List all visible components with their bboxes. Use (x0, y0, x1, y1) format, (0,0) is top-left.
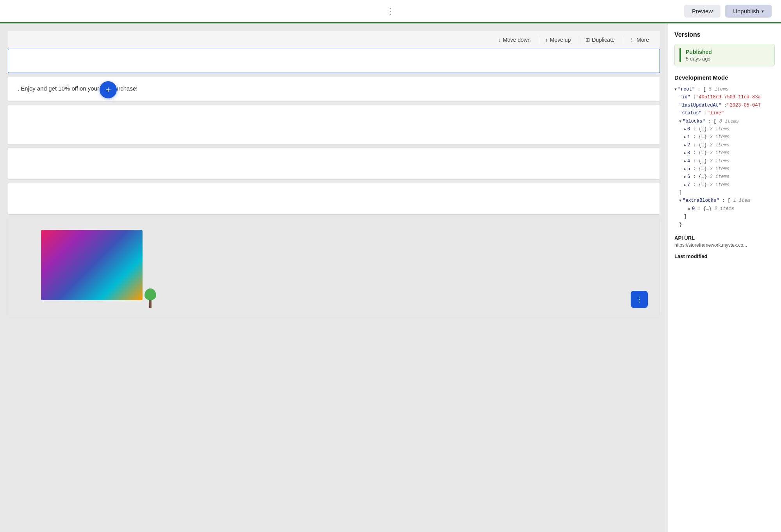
extrablocks-collapse-arrow[interactable] (679, 197, 681, 204)
block-item-2-index: 2 (687, 141, 690, 149)
root-collapse-arrow[interactable] (674, 86, 677, 93)
block-item-1-meta: 3 items (710, 133, 729, 141)
json-blocks-line: "blocks" : [ 8 items (674, 117, 775, 125)
api-url-value: https://storeframework.myvtex.co... (674, 242, 775, 248)
block-item-3-meta: 3 items (710, 149, 729, 157)
json-extrablocks-line: "extraBlocks" : [ 1 item (674, 197, 775, 205)
json-status-value: "live" (707, 109, 724, 117)
block-item-1-index: 1 (687, 133, 690, 141)
json-block-item-3: 3 : {…} 3 items (674, 149, 775, 157)
version-status-label: Published (686, 49, 712, 55)
dev-mode-title: Development Mode (674, 74, 775, 81)
json-id-value: "405118e9-7509-11ed-83a (696, 93, 761, 101)
toolbar-separator-3 (622, 36, 622, 44)
extra-block-item-0-index: 0 (692, 205, 695, 213)
json-root-close: } (674, 221, 775, 229)
block-item-7-meta: 3 items (710, 181, 729, 189)
duplicate-icon: ⊞ (585, 37, 590, 43)
header: ⋮ Preview Unpublish ▾ (0, 0, 781, 23)
json-extra-block-item-0: 0 : {…} 2 items (674, 205, 775, 213)
json-extrablocks-key: "extraBlocks" (683, 197, 719, 205)
json-block-item-1: 1 : {…} 3 items (674, 133, 775, 141)
unpublish-chevron-icon: ▾ (761, 9, 764, 14)
block-item-6-meta: 3 items (710, 173, 729, 181)
image-overlay-button[interactable]: ⋮ (631, 291, 648, 308)
dev-mode-section: Development Mode "root" : [ 5 items "id"… (674, 74, 775, 229)
json-block-item-5: 5 : {…} 3 items (674, 165, 775, 173)
content-block-3[interactable] (8, 105, 660, 144)
json-blocks-meta: 8 items (719, 117, 739, 125)
json-extrablocks-close: ] (674, 213, 775, 221)
versions-title: Versions (674, 31, 775, 38)
json-id-line: "id" : "405118e9-7509-11ed-83a (674, 93, 775, 101)
json-lastupdated-line: "lastUpdatedAt" : "2023-05-04T (674, 101, 775, 109)
json-root-line: "root" : [ 5 items (674, 85, 775, 93)
extra-block-item-0-arrow[interactable] (688, 206, 691, 212)
move-up-icon: ↑ (545, 37, 548, 43)
block-item-3-arrow[interactable] (684, 150, 686, 157)
content-block-4[interactable] (8, 148, 660, 180)
block-item-7-arrow[interactable] (684, 182, 686, 189)
content-block-6[interactable]: ⋮ (8, 218, 660, 316)
json-blocks-key: "blocks" (683, 117, 705, 125)
json-root-key: "root" (678, 85, 695, 93)
json-id-key: "id" (679, 93, 690, 101)
block-item-5-arrow[interactable] (684, 166, 686, 173)
version-status-bar (679, 48, 681, 62)
block-item-0-index: 0 (687, 125, 690, 133)
last-modified-section: Last modified (674, 253, 775, 259)
json-block-item-6: 6 : {…} 3 items (674, 173, 775, 181)
block-inner-6: ⋮ (8, 218, 660, 316)
block-item-2-arrow[interactable] (684, 142, 686, 149)
block-toolbar: ↓ Move down ↑ Move up ⊞ Duplicate ⋮ More (8, 31, 660, 49)
main-layout: + ↓ Move down ↑ Move up ⊞ Duplicate (0, 23, 781, 532)
header-dots-menu[interactable]: ⋮ (386, 6, 395, 16)
json-lastupdated-key: "lastUpdatedAt" (679, 101, 721, 109)
move-down-icon: ↓ (498, 37, 501, 43)
more-icon: ⋮ (629, 37, 635, 43)
more-label: More (637, 37, 649, 43)
blocks-collapse-arrow[interactable] (679, 118, 681, 125)
block-inner-5 (8, 183, 660, 214)
right-panel: Versions Published 5 days ago Developmen… (668, 23, 781, 532)
block-item-0-arrow[interactable] (684, 126, 686, 133)
block-inner-4 (8, 148, 660, 179)
editor-area: + ↓ Move down ↑ Move up ⊞ Duplicate (0, 23, 668, 532)
block-item-4-arrow[interactable] (684, 158, 686, 165)
unpublish-button[interactable]: Unpublish ▾ (725, 5, 772, 18)
add-block-button[interactable]: + (100, 81, 117, 98)
json-block-item-2: 2 : {…} 3 items (674, 141, 775, 149)
block-text-2: . Enjoy and get 10% off on your first pu… (18, 85, 137, 92)
toolbar-separator-1 (538, 36, 538, 44)
json-status-key: "status" (679, 109, 702, 117)
block-item-2-meta: 3 items (710, 141, 729, 149)
block-item-5-index: 5 (687, 165, 690, 173)
block-item-6-arrow[interactable] (684, 174, 686, 180)
duplicate-label: Duplicate (592, 37, 615, 43)
move-down-button[interactable]: ↓ Move down (493, 34, 535, 45)
api-url-label: API URL (674, 235, 775, 241)
version-card-published[interactable]: Published 5 days ago (674, 44, 775, 66)
block-item-7-index: 7 (687, 181, 690, 189)
block-item-1-arrow[interactable] (684, 134, 686, 141)
json-status-line: "status" : "live" (674, 109, 775, 117)
content-block-5[interactable] (8, 183, 660, 215)
add-block-icon: + (105, 84, 111, 95)
block-item-4-meta: 3 items (710, 157, 729, 165)
preview-button[interactable]: Preview (684, 5, 720, 18)
content-block-1[interactable] (8, 49, 660, 73)
block-inner-3 (8, 105, 660, 144)
move-up-button[interactable]: ↑ Move up (540, 34, 576, 45)
json-block-item-4: 4 : {…} 3 items (674, 157, 775, 165)
block-items-list: 0 : {…} 3 items 1 : {…} 3 items 2 : {…} … (674, 125, 775, 189)
version-time-label: 5 days ago (686, 56, 712, 62)
duplicate-button[interactable]: ⊞ Duplicate (581, 34, 619, 45)
block-inner-1 (8, 49, 660, 73)
move-up-label: Move up (550, 37, 571, 43)
version-info: Published 5 days ago (686, 49, 712, 62)
json-tree: "root" : [ 5 items "id" : "405118e9-7509… (674, 85, 775, 229)
json-block-item-7: 7 : {…} 3 items (674, 181, 775, 189)
block-item-5-meta: 3 items (710, 165, 729, 173)
block-item-4-index: 4 (687, 157, 690, 165)
more-button[interactable]: ⋮ More (624, 34, 654, 45)
